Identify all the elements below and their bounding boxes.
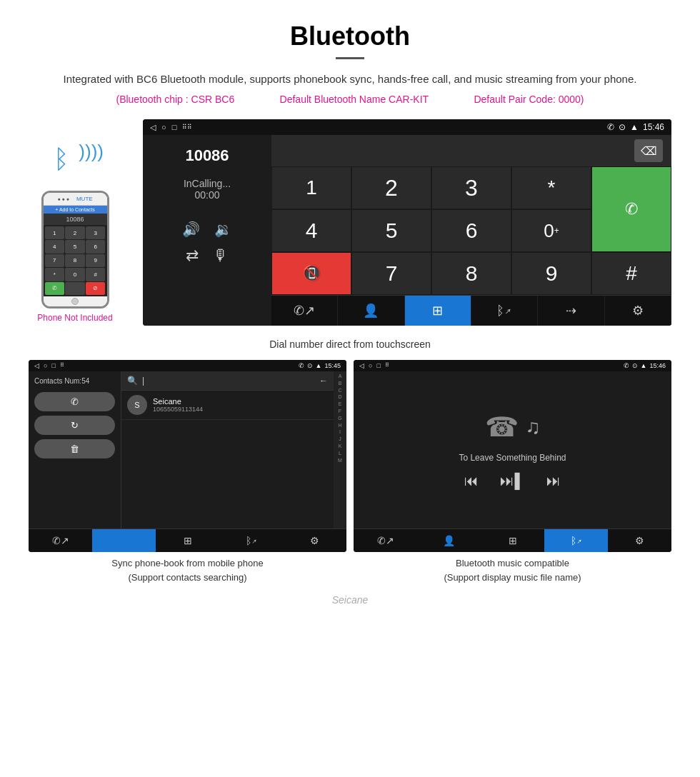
contact-sync-btn[interactable]: ↻ xyxy=(34,416,115,435)
alpha-m: M xyxy=(334,457,346,464)
bottom-screens: ◁ ○ □ ⠿ ✆ ⊙ ▲ 15:45 Contacts Num:54 ✆ ↻ … xyxy=(0,360,700,552)
back-icon: ◁ xyxy=(150,123,156,132)
transfer-icon[interactable]: ⇄ xyxy=(186,246,199,265)
location-icon: ⊙ xyxy=(619,122,626,132)
contacts-alpha-list: A B C D E F G H I J K L M xyxy=(334,371,346,528)
key-2[interactable]: 2 xyxy=(351,166,431,209)
contacts-bb-settings[interactable]: ⚙ xyxy=(283,529,346,552)
mic-icon[interactable]: 🎙 xyxy=(213,246,229,265)
contacts-wifi-icon: ▲ xyxy=(316,362,322,369)
vol-down-icon[interactable]: 🔉 xyxy=(214,221,232,238)
contacts-bb-keypad[interactable]: ⊞ xyxy=(156,529,219,552)
title-divider xyxy=(336,57,364,59)
dial-info-panel: 10086 InCalling... 00:00 🔊 🔉 ⇄ 🎙 xyxy=(143,135,271,326)
key-8[interactable]: 8 xyxy=(431,252,511,295)
music-bb-phone[interactable]: ✆↗ xyxy=(354,529,417,552)
alpha-h: H xyxy=(334,422,346,429)
alpha-b: B xyxy=(334,380,346,387)
keypad-backspace-area: ⌫ xyxy=(271,135,671,166)
dial-bottom-phone[interactable]: ✆↗ xyxy=(271,296,338,326)
music-bb-contacts[interactable]: 👤 xyxy=(417,529,481,552)
contacts-time: 15:45 xyxy=(324,362,341,369)
next-track-button[interactable]: ⏭ xyxy=(546,473,561,489)
key-3[interactable]: 3 xyxy=(431,166,511,209)
key-1[interactable]: 1 xyxy=(271,166,351,209)
music-note-icon: ♫ xyxy=(526,416,541,438)
contacts-bb-bt[interactable]: ᛒ↗ xyxy=(219,529,283,552)
dial-bottom-contacts[interactable]: 👤 xyxy=(338,296,404,326)
search-cursor: | xyxy=(142,376,144,386)
phone-key-star: * xyxy=(45,268,65,281)
bt-pair: Default Pair Code: 0000) xyxy=(474,94,584,105)
dial-bottom-keypad[interactable]: ⊞ xyxy=(405,296,471,326)
phone-screen: + Add to Contacts 10086 1 2 3 4 5 6 7 8 … xyxy=(44,206,107,296)
key-5[interactable]: 5 xyxy=(351,209,431,252)
volume-controls: 🔊 🔉 xyxy=(154,221,260,238)
dial-bottom-transfer[interactable]: ⇢ xyxy=(538,296,604,326)
music-icon-area: ☎ ♫ xyxy=(485,411,541,443)
contacts-recents-icon: □ xyxy=(51,362,55,369)
contact-call-btn[interactable]: ✆ xyxy=(34,392,115,411)
key-6[interactable]: 6 xyxy=(431,209,511,252)
android-dial-screen: ◁ ○ □ ⠿⠿ ✆ ⊙ ▲ 15:46 10086 InCalling... … xyxy=(143,119,671,326)
phone-label: Phone Not Included xyxy=(37,313,112,323)
contacts-bb-phone[interactable]: ✆↗ xyxy=(29,529,92,552)
music-bb-keypad[interactable]: ⊞ xyxy=(481,529,544,552)
music-bottom-bar: ✆↗ 👤 ⊞ ᛒ↗ ⚙ xyxy=(354,528,671,552)
music-loc-icon: ⊙ xyxy=(632,362,638,369)
search-back-icon: ← xyxy=(319,376,328,386)
music-wifi-icon: ▲ xyxy=(641,362,647,369)
key-hash[interactable]: # xyxy=(591,252,671,295)
contact-delete-btn[interactable]: 🗑 xyxy=(34,439,115,458)
contacts-sidebar: Contacts Num:54 ✆ ↻ 🗑 xyxy=(29,371,121,528)
play-pause-button[interactable]: ⏭▌ xyxy=(500,473,524,489)
phone-call-btn: ✆ xyxy=(45,282,65,295)
phone-bottom-bar xyxy=(44,296,107,306)
music-recents-icon: □ xyxy=(376,362,380,369)
contacts-bottom-bar: ✆↗ 👤 ⊞ ᛒ↗ ⚙ xyxy=(29,528,346,552)
bluetooth-icon-wrapper: ᛒ )))) xyxy=(46,141,104,184)
key-0plus[interactable]: 0+ xyxy=(511,209,591,252)
contacts-main: 🔍 | ← S Seicane 10655059113144 A xyxy=(121,371,346,528)
music-notif-icon: ⠿ xyxy=(385,362,389,369)
key-7[interactable]: 7 xyxy=(351,252,431,295)
status-left: ◁ ○ □ ⠿⠿ xyxy=(150,123,192,132)
call-controls: ⇄ 🎙 xyxy=(154,246,260,265)
contacts-bb-contacts[interactable]: 👤 xyxy=(92,529,156,552)
music-bb-bt[interactable]: ᛒ↗ xyxy=(544,529,608,552)
recents-icon: □ xyxy=(172,123,177,131)
key-9[interactable]: 9 xyxy=(511,252,591,295)
page-header: Bluetooth Integrated with BC6 Bluetooth … xyxy=(0,0,700,112)
wifi-icon: ▲ xyxy=(630,122,639,132)
music-time: 15:46 xyxy=(649,362,666,369)
call-green-button[interactable]: ✆ xyxy=(591,166,671,252)
dial-bottom-bt[interactable]: ᛒ↗ xyxy=(471,296,538,326)
vol-up-icon[interactable]: 🔊 xyxy=(182,221,200,238)
time-display: 15:46 xyxy=(643,122,664,132)
contact-row[interactable]: S Seicane 10655059113144 xyxy=(121,391,334,420)
prev-track-button[interactable]: ⏮ xyxy=(464,473,479,489)
music-bb-settings[interactable]: ⚙ xyxy=(608,529,671,552)
phone-key-7: 7 xyxy=(45,254,65,267)
page-title: Bluetooth xyxy=(43,21,657,51)
contacts-notif-icon: ⠿ xyxy=(60,362,64,369)
backspace-button[interactable]: ⌫ xyxy=(634,139,663,162)
header-description: Integrated with BC6 Bluetooth module, su… xyxy=(43,71,657,88)
search-icon: 🔍 xyxy=(127,376,138,386)
key-4[interactable]: 4 xyxy=(271,209,351,252)
dial-timer: 00:00 xyxy=(154,189,260,201)
alpha-c: C xyxy=(334,387,346,394)
phone-key-hash: # xyxy=(86,268,106,281)
dial-bottom-settings[interactable]: ⚙ xyxy=(605,296,671,326)
contact-details: Seicane 10655059113144 xyxy=(153,397,203,413)
phone-key-4: 4 xyxy=(45,240,65,253)
contacts-home-icon: ○ xyxy=(44,362,47,369)
phone-top-bar: ● ● ● MUTE xyxy=(44,193,107,206)
dial-caption: Dial number direct from touchscreen xyxy=(0,339,700,350)
call-red-button[interactable]: 📵 xyxy=(271,252,351,295)
contact-search-bar: 🔍 | ← xyxy=(121,371,334,391)
key-star[interactable]: * xyxy=(511,166,591,209)
contacts-back-icon: ◁ xyxy=(34,362,39,369)
music-screen: ◁ ○ □ ⠿ ✆ ⊙ ▲ 15:46 ☎ ♫ To Leave Somethi… xyxy=(354,360,671,552)
alpha-d: D xyxy=(334,393,346,401)
